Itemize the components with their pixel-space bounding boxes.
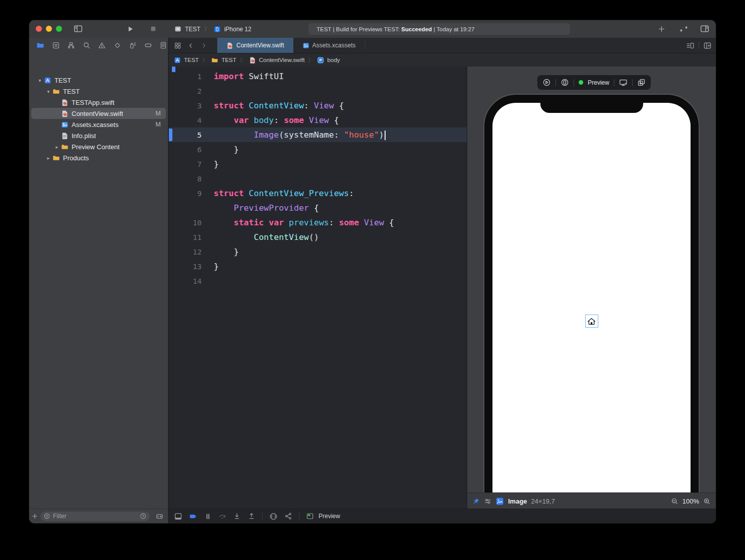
code-line[interactable]: 13 } [169, 259, 467, 274]
filter-field[interactable]: Filter [40, 512, 150, 521]
tree-item-test[interactable]: ▾ TEST [31, 86, 166, 97]
tab-contentview-swift[interactable]: ContentView.swift [217, 38, 293, 53]
tree-item-label: ContentView.swift [72, 110, 123, 117]
back-icon[interactable] [184, 38, 197, 53]
tree-item-info-plist[interactable]: Info.plist [31, 130, 166, 141]
preview-device-icon[interactable] [561, 78, 569, 87]
editor-options [686, 38, 712, 53]
breakpoint-navigator[interactable] [144, 41, 153, 50]
library-add-icon[interactable] [655, 23, 667, 34]
source-control-navigator[interactable] [51, 41, 60, 50]
line-number: 8 [169, 175, 202, 183]
find-navigator[interactable] [82, 41, 91, 50]
selected-image-view[interactable] [585, 315, 598, 328]
source-control-filter-icon[interactable] [154, 513, 165, 520]
view-hierarchy-icon[interactable] [269, 512, 278, 521]
disclosure-icon[interactable]: ▾ [45, 89, 52, 94]
debug-area-toggle-icon[interactable] [174, 512, 182, 521]
code-line[interactable]: 5 Image(systemName: "house") [169, 128, 467, 142]
selection-size: 24×19,7 [531, 497, 555, 505]
zoom-level: 100% [682, 497, 699, 505]
add-item-icon[interactable] [29, 513, 40, 520]
zoom-in-icon[interactable] [703, 497, 711, 505]
tree-item-preview-content[interactable]: ▸ Preview Content [31, 141, 166, 152]
folderGold-icon [52, 87, 60, 95]
issue-navigator[interactable] [97, 41, 106, 50]
breadcrumb-item[interactable]: body [327, 57, 340, 63]
project-tree: ▾ TEST ▾ TEST TESTApp.swift ContentView.… [29, 71, 168, 509]
tree-item-contentview-swift[interactable]: ContentView.swift M [31, 108, 166, 119]
code-line[interactable]: 6 } [169, 142, 467, 157]
recent-files-icon[interactable] [140, 513, 147, 520]
text-cursor [385, 131, 386, 140]
run-button[interactable] [124, 23, 136, 34]
stop-button[interactable] [147, 23, 159, 34]
code-line[interactable]: 14 [169, 274, 467, 288]
tree-item-assets-xcassets[interactable]: Assets.xcassets M [31, 119, 166, 130]
memory-graph-icon[interactable] [284, 512, 292, 520]
code-line[interactable]: 7 } [169, 157, 467, 171]
source-editor[interactable]: 1 import SwiftUI 2 3 struct ContentView:… [169, 67, 467, 509]
tab-overview-icon[interactable] [171, 38, 184, 53]
tab-assets-xcassets[interactable]: Assets.xcassets [293, 38, 365, 53]
inspector-toggle-icon[interactable] [699, 23, 711, 34]
step-into-icon[interactable] [233, 512, 241, 520]
project-navigator[interactable] [36, 41, 45, 50]
pause-icon[interactable] [204, 513, 212, 520]
forward-icon[interactable] [197, 38, 210, 53]
status-result: Succeeded [401, 26, 432, 32]
code-line[interactable]: 10 static var previews: some View { [169, 215, 467, 230]
step-over-icon[interactable] [218, 512, 226, 520]
iphone-screen[interactable] [492, 103, 691, 493]
disclosure-icon[interactable]: ▾ [36, 78, 43, 83]
toggle-sidebar-icon[interactable] [72, 23, 84, 34]
filter-placeholder: Filter [53, 513, 137, 520]
preview-on-device-icon[interactable] [619, 78, 628, 87]
breadcrumb-item[interactable]: ContentView.swift [259, 57, 305, 63]
filter-options-icon[interactable] [43, 513, 50, 520]
breakpoints-toggle-icon[interactable] [189, 512, 198, 521]
test-navigator[interactable] [113, 41, 122, 50]
code-line-wrap[interactable]: PreviewProvider { [169, 201, 467, 215]
add-editor-icon[interactable] [703, 41, 712, 50]
symbol-navigator[interactable] [67, 41, 76, 50]
code-line[interactable]: 8 [169, 171, 467, 186]
code-line[interactable]: 3 struct ContentView: View { [169, 98, 467, 113]
scheme-selector[interactable]: TEST 〉 iPhone 12 [174, 20, 252, 38]
assets-icon [60, 120, 69, 129]
line-number: 9 [169, 190, 202, 198]
zoom-button[interactable] [56, 26, 62, 32]
code-line[interactable]: 4 var body: some View { [169, 113, 467, 128]
editor-options-icon[interactable] [686, 41, 695, 50]
disclosure-icon[interactable]: ▸ [45, 155, 52, 161]
report-navigator[interactable] [159, 41, 168, 50]
debug-navigator[interactable] [128, 41, 137, 50]
zoom-out-icon[interactable] [671, 497, 678, 505]
tree-item-label: Assets.xcassets [72, 121, 118, 129]
preview-canvas: Preview [467, 67, 716, 509]
breadcrumb-item[interactable]: TEST [221, 57, 236, 63]
disclosure-icon[interactable]: ▸ [53, 144, 60, 150]
code-line[interactable]: 12 } [169, 244, 467, 259]
tree-item-testapp-swift[interactable]: TESTApp.swift [31, 97, 166, 108]
code-line[interactable]: 11 ContentView() [169, 230, 467, 244]
pin-preview-icon[interactable] [472, 497, 480, 505]
folderGold-icon [60, 143, 69, 151]
code-line[interactable]: 1 import SwiftUI [169, 69, 467, 84]
code-line[interactable]: 2 [169, 84, 467, 98]
code-review-icon[interactable] [677, 23, 690, 34]
preview-settings-icon[interactable] [484, 497, 491, 505]
code-line[interactable]: 9 struct ContentView_Previews: [169, 186, 467, 201]
live-preview-icon[interactable] [542, 78, 551, 87]
tree-item-products[interactable]: ▸ Products [31, 152, 166, 163]
breadcrumb-item[interactable]: TEST [184, 57, 199, 63]
close-button[interactable] [36, 26, 42, 32]
activity-status: TEST | Build for Previews TEST: Succeede… [308, 23, 570, 35]
duplicate-preview-icon[interactable] [637, 78, 646, 87]
status-badge: M [156, 121, 161, 128]
step-out-icon[interactable] [247, 512, 256, 520]
minimize-button[interactable] [46, 26, 52, 32]
tree-item-test[interactable]: ▾ TEST [31, 75, 166, 86]
jump-bar[interactable]: TEST〉 TEST〉 ContentView.swift〉 P body [169, 53, 716, 67]
preview-mode-label: Preview [588, 79, 609, 86]
